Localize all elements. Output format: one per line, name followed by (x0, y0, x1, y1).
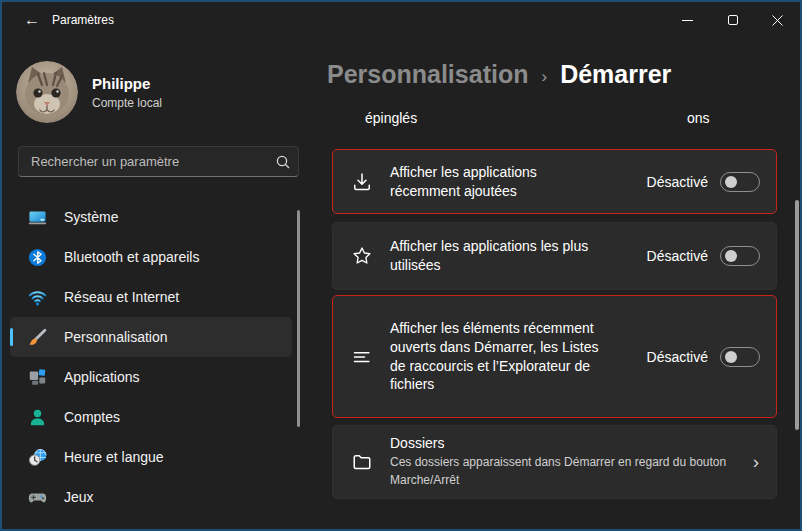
toggle-state-label: Désactivé (647, 174, 708, 190)
chevron-right-icon: › (736, 451, 776, 473)
titlebar: ← Paramètres (2, 2, 800, 38)
setting-row-recent-items: Afficher les éléments récemment ouverts … (332, 295, 777, 418)
recent-items-icon (333, 347, 390, 367)
maximize-icon (728, 15, 738, 25)
search-icon[interactable] (268, 155, 298, 169)
sidebar-item-reseau[interactable]: Réseau et Internet (10, 277, 292, 317)
sidebar-item-heure-langue[interactable]: Heure et langue (10, 437, 292, 477)
sidebar-item-personnalisation[interactable]: Personnalisation (10, 317, 292, 357)
games-icon (10, 488, 64, 507)
setting-link-text: Dossiers Ces dossiers apparaissent dans … (390, 435, 736, 489)
page-title: Démarrer (560, 60, 671, 89)
sidebar-scrollbar[interactable] (297, 210, 300, 427)
kitten-avatar-image (16, 61, 78, 123)
apps-icon (10, 368, 64, 387)
toggle-knob (725, 351, 737, 363)
sidebar-item-bluetooth[interactable]: Bluetooth et appareils (10, 237, 292, 277)
sidebar-item-label: Personnalisation (64, 329, 168, 345)
close-button[interactable] (755, 2, 800, 38)
toggle-switch[interactable] (720, 246, 760, 266)
window-title: Paramètres (52, 13, 114, 27)
toggle-switch[interactable] (720, 347, 760, 367)
sidebar-item-label: Système (64, 209, 118, 225)
breadcrumb-parent[interactable]: Personnalisation (327, 60, 528, 89)
minimize-button[interactable] (665, 2, 710, 38)
network-icon (10, 288, 64, 307)
setting-row-recently-added: Afficher les applications récemment ajou… (332, 149, 777, 214)
time-language-icon (10, 448, 64, 467)
setting-label: Afficher les applications récemment ajou… (390, 163, 610, 201)
toggle-knob (725, 176, 737, 188)
clipped-text-epingles: épinglés (365, 110, 417, 126)
bluetooth-icon (10, 248, 64, 267)
sidebar-item-label: Heure et langue (64, 449, 164, 465)
toggle-state-label: Désactivé (647, 349, 708, 365)
clipped-text-ons: ons (687, 110, 710, 126)
close-icon (772, 15, 783, 26)
sidebar-item-systeme[interactable]: Système (10, 197, 292, 237)
system-icon (10, 208, 64, 227)
setting-description: Ces dossiers apparaissent dans Démarrer … (390, 454, 728, 489)
profile-text: Philippe Compte local (92, 75, 162, 110)
accounts-icon (10, 408, 64, 427)
maximize-button[interactable] (710, 2, 755, 38)
toggle-state-label: Désactivé (647, 248, 708, 264)
star-icon (333, 246, 390, 266)
window-controls (665, 2, 800, 38)
sidebar-item-applications[interactable]: Applications (10, 357, 292, 397)
folder-icon (333, 452, 390, 472)
toggle-switch[interactable] (720, 172, 760, 192)
breadcrumb: Personnalisation › Démarrer (327, 60, 671, 89)
settings-window: ← Paramètres (0, 0, 802, 531)
setting-title: Dossiers (390, 435, 728, 451)
setting-row-most-used: Afficher les applications les plus utili… (332, 222, 777, 290)
setting-row-dossiers[interactable]: Dossiers Ces dossiers apparaissent dans … (332, 425, 777, 499)
sidebar-item-comptes[interactable]: Comptes (10, 397, 292, 437)
search-box (18, 146, 299, 177)
minimize-icon (682, 15, 693, 26)
main-scrollbar[interactable] (795, 200, 799, 430)
toggle-knob (725, 250, 737, 262)
setting-label: Afficher les applications les plus utili… (390, 237, 610, 275)
setting-label: Afficher les éléments récemment ouverts … (390, 319, 610, 395)
avatar (16, 61, 78, 123)
sidebar-item-jeux[interactable]: Jeux (10, 477, 292, 517)
profile-account-type: Compte local (92, 96, 162, 110)
profile-header[interactable]: Philippe Compte local (16, 60, 296, 124)
profile-name: Philippe (92, 75, 162, 92)
breadcrumb-separator-icon: › (541, 67, 547, 87)
personalization-icon (10, 328, 64, 347)
recently-added-icon (333, 172, 390, 192)
search-input[interactable] (19, 154, 268, 169)
sidebar-item-label: Bluetooth et appareils (64, 249, 199, 265)
back-button[interactable]: ← (18, 8, 46, 32)
sidebar-item-label: Jeux (64, 489, 94, 505)
sidebar-item-label: Réseau et Internet (64, 289, 179, 305)
sidebar-item-label: Applications (64, 369, 140, 385)
sidebar-item-label: Comptes (64, 409, 120, 425)
sidebar-nav: Système Bluetooth et appareils (10, 197, 292, 517)
